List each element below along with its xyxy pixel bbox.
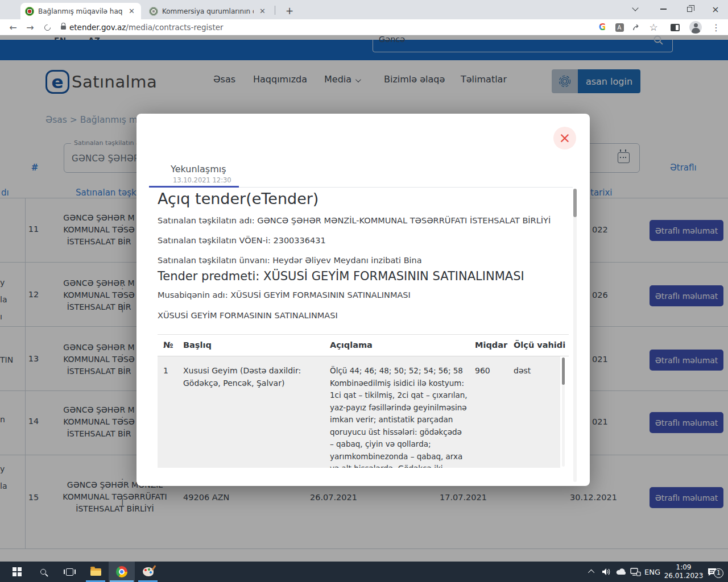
folder-icon	[90, 568, 101, 576]
screen: Bağlanmış müqavilə haqqında mə ✕ Kommers…	[0, 0, 728, 582]
modal-scrollbar-track[interactable]	[573, 189, 577, 482]
task-view-icon	[66, 568, 73, 576]
items-col-unit: Ölçü vahidi	[514, 340, 565, 350]
share-icon	[632, 23, 641, 32]
item-description: Ölçü 44; 46; 48; 50; 52; 54; 56; 58 Komb…	[330, 365, 468, 468]
cloud-icon	[616, 568, 626, 575]
items-table-row: 1 Xususi Geyim (Dəstə daxildir: Gödəkçə,…	[158, 356, 560, 468]
star-icon: ☆	[649, 22, 657, 33]
tray-expand-button[interactable]	[586, 562, 598, 582]
items-scrollbar-thumb[interactable]	[562, 357, 565, 385]
address-bar[interactable]: etender.gov.az/media/contracts-register	[69, 23, 224, 32]
file-explorer-button[interactable]	[82, 562, 109, 582]
url-domain: etender.gov.az	[69, 23, 126, 32]
tab2-close-icon[interactable]: ✕	[258, 7, 267, 15]
item-quantity: 960	[475, 365, 490, 377]
items-col-number: №	[163, 340, 173, 350]
clock-date: 26.01.2023	[663, 572, 704, 580]
task-view-button[interactable]	[56, 562, 82, 582]
browser-tab-strip: Bağlanmış müqavilə haqqında mə ✕ Kommers…	[0, 0, 728, 19]
reload-icon	[43, 23, 52, 32]
reload-button[interactable]	[39, 19, 56, 35]
tender-detail-modal: × Yekunlaşmış 13.10.2021 12:30 Açıq tend…	[136, 114, 590, 486]
network-icon	[630, 568, 641, 576]
back-button[interactable]: ←	[5, 19, 22, 35]
lock-icon	[61, 26, 66, 30]
items-table: № Başlıq Açıqlama Miqdar Ölçü vahidi 1 X…	[158, 334, 569, 473]
modal-scrollbar-thumb[interactable]	[573, 189, 577, 217]
google-button[interactable]: G	[594, 19, 611, 35]
org-name-line: Satınalan təşkilatın adı: GƏNCƏ ŞƏHƏR MƏ…	[158, 216, 551, 225]
taskbar-clock[interactable]: 1:09 26.01.2023	[663, 563, 704, 580]
voen-line: Satınalan təşkilatın VÖEN-i: 2300336431	[158, 236, 326, 245]
status-tab-datetime: 13.10.2021 12:30	[173, 176, 231, 184]
share-button[interactable]	[628, 19, 645, 35]
tender-type-title: Açıq tender(eTender)	[158, 190, 318, 207]
tab2-title: Kommersiya qurumlarının dövlət	[162, 7, 254, 15]
clock-time: 1:09	[663, 563, 704, 572]
side-panel-icon	[671, 24, 680, 31]
item-unit: dəst	[514, 365, 531, 377]
window-minimize-button[interactable]	[651, 0, 676, 18]
paint-button[interactable]	[135, 562, 161, 582]
window-close-button[interactable]: ×	[703, 0, 728, 18]
chrome-button[interactable]	[109, 562, 135, 582]
minimize-icon	[660, 9, 667, 10]
profile-button[interactable]	[687, 19, 704, 35]
window-restore-button[interactable]	[677, 0, 702, 18]
chevron-down-icon	[632, 5, 638, 11]
search-icon	[40, 569, 46, 575]
tab-search-button[interactable]	[623, 0, 648, 18]
tab1-close-icon[interactable]: ✕	[127, 7, 136, 15]
item-number: 1	[163, 365, 168, 377]
forward-button[interactable]: →	[22, 19, 39, 35]
keyboard-language: ENG	[644, 568, 660, 576]
url-path: /media/contracts-register	[126, 23, 223, 32]
language-indicator[interactable]: ENG	[643, 562, 662, 582]
google-g-icon: G	[599, 22, 606, 32]
windows-logo-icon	[13, 567, 22, 576]
active-tab-underline	[149, 186, 239, 188]
paint-icon	[143, 567, 154, 576]
subject-line: XÜSUSİ GEYİM FORMASININ SATINALINMASI	[158, 311, 338, 320]
tab1-favicon-icon	[25, 7, 34, 16]
taskbar-search-button[interactable]	[30, 562, 56, 582]
chrome-icon	[116, 566, 127, 577]
status-tab[interactable]: Yekunlaşmış	[171, 164, 226, 174]
avatar	[689, 21, 702, 34]
address-line: Satınalan təşkilatın ünvanı: Heydər Əliy…	[158, 256, 422, 265]
close-icon: ×	[559, 130, 571, 146]
network-button[interactable]	[628, 562, 643, 582]
items-col-title: Başlıq	[183, 340, 212, 350]
restore-icon	[687, 7, 692, 12]
taskbar: ENG 1:09 26.01.2023	[0, 562, 728, 582]
modal-close-button[interactable]: ×	[553, 127, 576, 149]
tab2-favicon-icon	[149, 7, 158, 16]
notification-badge: 1	[714, 568, 723, 578]
item-title: Xususi Geyim (Dəstə daxildir: Gödəkçə, P…	[183, 365, 307, 389]
speaker-icon	[602, 568, 611, 576]
onedrive-button[interactable]	[614, 562, 628, 582]
start-button[interactable]	[4, 562, 30, 582]
items-col-quantity: Miqdar	[475, 340, 507, 350]
browser-menu-button[interactable]: ⋮	[708, 19, 725, 35]
translate-button[interactable]: A	[611, 19, 628, 35]
new-tab-button[interactable]: +	[282, 3, 297, 18]
browser-tab-inactive[interactable]: Kommersiya qurumlarının dövlət ✕	[144, 3, 272, 19]
side-panel-button[interactable]	[667, 19, 684, 35]
items-col-description: Açıqlama	[330, 340, 373, 350]
competition-name-line: Musabiqənin adı: XÜSUSİ GEYİM FORMASININ…	[158, 290, 411, 300]
bookmark-button[interactable]: ☆	[645, 19, 662, 35]
volume-button[interactable]	[599, 562, 613, 582]
browser-toolbar: ← → etender.gov.az/media/contracts-regis…	[0, 19, 728, 35]
browser-tab-active[interactable]: Bağlanmış müqavilə haqqında mə ✕	[20, 3, 141, 19]
tab-divider	[275, 6, 275, 15]
translate-icon: A	[615, 23, 624, 32]
chevron-up-icon	[588, 569, 594, 576]
tab1-title: Bağlanmış müqavilə haqqında mə	[38, 7, 123, 15]
tender-subject-title: Tender predmeti: XÜSUSİ GEYİM FORMASININ…	[158, 269, 524, 283]
close-icon: ×	[712, 4, 719, 15]
webpage: EN AZ Gəncə e Satınalma Əsas Haqqımızda …	[0, 35, 728, 562]
